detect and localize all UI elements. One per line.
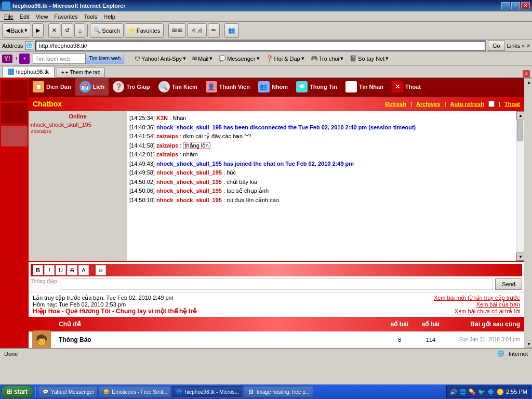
scroll-thumb[interactable] — [517, 121, 523, 141]
forum-col-replies: số bài — [384, 321, 415, 328]
view-unanswered-link[interactable]: Xem bài chưa có ai trả lời — [434, 308, 520, 315]
online-user-1[interactable]: nhock_shock_skull_195 — [31, 122, 125, 128]
underline-button[interactable]: U — [56, 265, 66, 275]
forum-row-replies: 8 — [384, 337, 415, 343]
menu-tools[interactable]: Tools — [81, 12, 101, 21]
autorefresh-checkbox[interactable] — [488, 101, 495, 107]
view-new-link[interactable]: Xem bài mới từ lần truy cập trước — [434, 295, 520, 301]
forum-row-title[interactable]: Thông Báo — [55, 336, 384, 343]
users-icon-button[interactable]: 👥 — [224, 23, 239, 38]
right-scroll-down[interactable]: ▼ — [525, 340, 532, 348]
refresh-button[interactable]: ↺ — [61, 23, 73, 38]
message-input[interactable] — [61, 278, 493, 290]
thoat-link[interactable]: Thoat — [504, 101, 520, 107]
yahoo-search-input[interactable] — [33, 56, 85, 62]
right-scroll-up[interactable]: ▲ — [525, 78, 532, 86]
nav-nhom[interactable]: 👥 Nhom — [254, 78, 292, 96]
tab-close-button[interactable]: ✕ — [523, 70, 530, 77]
restore-button[interactable]: □ — [511, 2, 520, 9]
archives-link[interactable]: Archives — [416, 101, 440, 107]
yahoo-notebook[interactable]: 📓 So tay Net ▾ — [347, 54, 391, 63]
view-own-link[interactable]: Xem bài của bạn — [434, 301, 520, 308]
menu-favorites[interactable]: Favorites — [51, 12, 81, 21]
tab-close-area: ✕ — [518, 70, 530, 77]
main-content-area: 📋 Dien Dan 📅 Lich ❓ Tro Giup 🔍 Tim Kiem … — [29, 78, 524, 348]
chat-scrollbar[interactable]: ▲ ▼ — [516, 111, 524, 261]
yahoo-mail[interactable]: ✉ Mail ▾ — [190, 54, 215, 63]
tab-bar: 🌐 hiephoa98.tk + + Them the tab ✕ — [0, 65, 532, 78]
strikethrough-button[interactable]: S — [67, 265, 77, 275]
message-7: [14:49:58] nhock_shock_skull_195 : húc — [129, 168, 514, 177]
search-icon: 🔍 — [94, 27, 101, 34]
separator2 — [87, 24, 88, 37]
yahoo-games[interactable]: 🎮 Tro choi ▾ — [308, 54, 346, 63]
menu-help[interactable]: Help — [100, 12, 118, 21]
mail-button[interactable]: ✉ ✉ — [168, 23, 186, 38]
menu-view[interactable]: View — [33, 12, 51, 21]
status-bar: Done 🌐 Internet — [0, 348, 532, 358]
chat-messages: [14:25:34] K3N : Nhàn [14:40:36] nhock_s… — [127, 111, 516, 261]
links-button[interactable]: Links » — [507, 43, 525, 49]
send-button[interactable]: Send — [495, 278, 522, 290]
close-button[interactable]: ✕ — [521, 2, 530, 9]
print-button[interactable]: 🖨 🖨 — [187, 23, 207, 38]
taskbar-yahoo-messenger[interactable]: 💬 Yahoo! Messenger — [38, 386, 98, 397]
emoji-button[interactable]: ☺ — [96, 265, 106, 275]
yahoo-messenger[interactable]: 💬 Messenger ▾ — [216, 54, 262, 63]
active-tab[interactable]: 🌐 hiephoa98.tk — [2, 66, 55, 77]
start-button[interactable]: ⊞ start — [1, 385, 33, 398]
back-button[interactable]: ◀ Back ▾ — [2, 23, 31, 38]
taskbar-imageshack[interactable]: 🖼 Image hosting, free p... — [244, 386, 313, 397]
menu-file[interactable]: File — [1, 12, 17, 21]
online-user-2[interactable]: zaizaips — [31, 128, 125, 134]
nav-thong-tin[interactable]: 👁 Thong Tin — [292, 78, 341, 96]
message-3: [14:41:54] zaizaips : dkm cái rỷ đây các… — [129, 132, 514, 141]
taskbar-emoticons[interactable]: 😊 Emoticons - Free Smil... — [99, 386, 171, 397]
nav-dien-dan[interactable]: 📋 Dien Dan — [29, 78, 75, 96]
favorites-button[interactable]: ⭐ Favorites — [125, 23, 164, 38]
forward-button[interactable]: ▶ — [32, 23, 44, 38]
minimize-button[interactable]: ─ — [501, 2, 510, 9]
nav-tim-kiem[interactable]: 🔍 Tim Kiem — [154, 78, 202, 96]
autorefresh-link[interactable]: Auto refresh — [450, 101, 484, 107]
italic-button[interactable]: I — [44, 265, 55, 275]
add-tab-button[interactable]: + + Them the tab — [57, 67, 105, 77]
users-icon: 👥 — [228, 27, 235, 34]
tray-icon-4: 🐦 — [478, 388, 485, 395]
scroll-down-button[interactable]: ▼ — [516, 252, 524, 261]
nav-lich[interactable]: 📅 Lich — [75, 78, 109, 96]
forum-table: Chủ đề số bài số bài Bài gởi sau cùng 🧒 — [29, 317, 524, 348]
browser-content: 📋 Dien Dan 📅 Lich ❓ Tro Giup 🔍 Tim Kiem … — [0, 78, 532, 348]
nav-thoat[interactable]: ✕ Thoat — [388, 78, 425, 96]
yahoo-antispyware[interactable]: 🛡 Yahoo! Anti-Spy ▾ — [132, 54, 189, 63]
chevron-down-icon: ▾ — [183, 55, 186, 62]
nav-tin-nhan[interactable]: ✉ Tin Nhan — [341, 78, 388, 96]
taskbar-ie[interactable]: 🌐 hiephoa98.tk - Micros... — [172, 386, 243, 397]
online-label: Online — [31, 113, 125, 119]
games-icon: 🎮 — [311, 55, 318, 62]
yahoo-search-button[interactable]: Tim kiem web — [85, 54, 124, 64]
left-sidebar — [0, 78, 29, 348]
menu-edit[interactable]: Edit — [17, 12, 33, 21]
site-link[interactable]: Hiệp Hoa - Quê Hương Tôi - Chung tay vì … — [33, 308, 196, 315]
nav-tro-giup[interactable]: ❓ Tro Giup — [109, 78, 154, 96]
expand-links-icon[interactable]: » — [527, 43, 530, 48]
right-scrollbar[interactable]: ▲ ▼ — [524, 78, 532, 348]
nav-thanh-vien[interactable]: 👤 Thanh Vien — [202, 78, 254, 96]
message-input-row: Thông điệp Send — [31, 278, 522, 290]
scroll-up-button[interactable]: ▲ — [516, 111, 524, 119]
yahoo-menu-icon[interactable]: ▾ — [19, 54, 30, 64]
address-input[interactable] — [35, 41, 486, 51]
taskbar-messenger-icon: 💬 — [42, 388, 49, 395]
yahoo-answers[interactable]: ❓ Hoi & Dap ▾ — [263, 54, 307, 63]
bold-button[interactable]: B — [33, 265, 43, 275]
stop-button[interactable]: ✕ — [48, 23, 60, 38]
edit-button[interactable]: ✏ — [208, 23, 220, 38]
message-10: [14:50:10] nhock_shock_skull_195 : rùi đ… — [129, 196, 514, 205]
thong-tin-icon: 👁 — [296, 81, 308, 92]
color-button[interactable]: A — [78, 265, 89, 275]
go-button[interactable]: Go — [488, 41, 505, 51]
refresh-link[interactable]: Refresh — [385, 101, 406, 107]
search-button[interactable]: 🔍 Search — [90, 23, 124, 38]
home-button[interactable]: ⌂ — [74, 23, 85, 38]
